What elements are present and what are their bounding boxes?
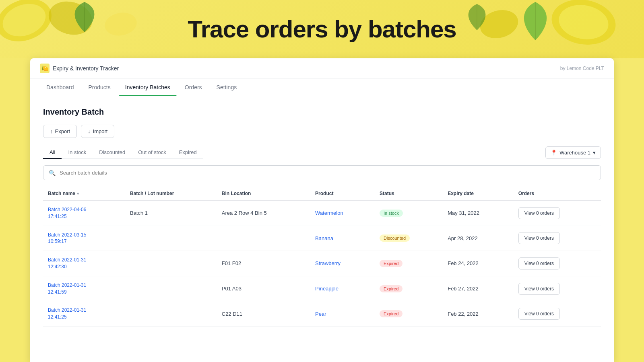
section-title: Inventory Batch <box>43 107 601 117</box>
import-button[interactable]: ↓ Import <box>81 125 114 138</box>
product-link[interactable]: Pineapple <box>315 286 339 292</box>
table-row: Batch 2022-03-1510:59:17 Banana Discount… <box>43 226 601 251</box>
lot-number: Batch 1 <box>130 210 148 216</box>
th-status: Status <box>375 187 443 201</box>
th-lot-number: Batch / Lot number <box>125 187 217 201</box>
search-input[interactable] <box>43 165 601 180</box>
search-bar: 🔍 <box>43 165 601 180</box>
app-navigation: DashboardProductsInventory BatchesOrders… <box>30 78 614 96</box>
product-link[interactable]: Pear <box>315 311 326 317</box>
batch-name-link[interactable]: Batch 2022-01-3112:41:25 <box>48 307 86 320</box>
export-icon: ↑ <box>50 128 53 134</box>
view-orders-button[interactable]: View 0 orders <box>518 283 560 295</box>
bin-location: F01 F02 <box>222 260 241 266</box>
view-orders-button[interactable]: View 0 orders <box>518 308 560 320</box>
app-logo: 🍋 Expiry & Inventory Tracker <box>40 64 119 73</box>
product-link[interactable]: Strawberry <box>315 260 341 266</box>
app-window: 🍋 Expiry & Inventory Tracker by Lemon Co… <box>30 58 614 362</box>
bin-location: Area 2 Row 4 Bin 5 <box>222 210 267 216</box>
th-product: Product <box>310 187 375 201</box>
app-header: 🍋 Expiry & Inventory Tracker by Lemon Co… <box>30 58 614 78</box>
th-bin-location: Bin Location <box>217 187 310 201</box>
filter-tabs: All In stock Discounted Out of stock Exp… <box>43 146 203 159</box>
status-badge: Expired <box>380 285 402 292</box>
app-name: Expiry & Inventory Tracker <box>53 65 119 72</box>
batch-name-link[interactable]: Batch 2022-01-3112:42:30 <box>48 257 86 269</box>
warehouse-label: Warehouse 1 <box>559 150 590 156</box>
table-row: Batch 2022-01-3112:41:25 C22 D11 Pear Ex… <box>43 301 601 327</box>
expiry-date: Apr 28, 2022 <box>448 235 477 241</box>
nav-item-products[interactable]: Products <box>82 78 117 96</box>
product-link[interactable]: Banana <box>315 235 333 241</box>
table-body: Batch 2022-04-0617:41:25 Batch 1 Area 2 … <box>43 201 601 327</box>
main-content: Inventory Batch ↑ Export ↓ Import All In… <box>30 96 614 362</box>
search-icon: 🔍 <box>49 170 56 176</box>
import-label: Import <box>93 128 108 134</box>
logo-icon: 🍋 <box>40 64 50 73</box>
table-row: Batch 2022-01-3112:42:30 F01 F02 Strawbe… <box>43 251 601 276</box>
view-orders-button[interactable]: View 0 orders <box>518 207 560 219</box>
filter-bar: All In stock Discounted Out of stock Exp… <box>43 146 601 159</box>
view-orders-button[interactable]: View 0 orders <box>518 232 560 244</box>
export-button[interactable]: ↑ Export <box>43 125 77 138</box>
batch-name-link[interactable]: Batch 2022-03-1510:59:17 <box>48 232 86 245</box>
status-badge: Expired <box>380 260 402 267</box>
nav-item-inventory-batches[interactable]: Inventory Batches <box>119 78 177 96</box>
warehouse-pin-icon: 📍 <box>551 150 557 156</box>
expiry-date: May 31, 2022 <box>448 210 479 216</box>
bin-location: P01 A03 <box>222 286 242 292</box>
th-orders: Orders <box>514 187 601 201</box>
tab-instock[interactable]: In stock <box>62 146 93 158</box>
warehouse-selector[interactable]: 📍 Warehouse 1 ▾ <box>545 146 601 159</box>
import-icon: ↓ <box>88 128 91 134</box>
view-orders-button[interactable]: View 0 orders <box>518 257 560 269</box>
status-badge: Discounted <box>380 234 410 242</box>
table-row: Batch 2022-01-3112:41:59 P01 A03 Pineapp… <box>43 276 601 301</box>
expiry-date: Feb 22, 2022 <box>448 311 479 317</box>
th-batch-name: Batch name ▾ <box>43 187 125 201</box>
sort-icon: ▾ <box>77 191 79 196</box>
nav-item-settings[interactable]: Settings <box>210 78 244 96</box>
app-attribution: by Lemon Code PLT <box>560 66 604 71</box>
bin-location: C22 D11 <box>222 311 242 317</box>
tab-outofstock[interactable]: Out of stock <box>132 146 172 158</box>
tab-expired[interactable]: Expired <box>173 146 203 158</box>
table-header: Batch name ▾ Batch / Lot number Bin Loca… <box>43 187 601 201</box>
th-expiry-date: Expiry date <box>443 187 514 201</box>
table-row: Batch 2022-04-0617:41:25 Batch 1 Area 2 … <box>43 201 601 226</box>
tab-all[interactable]: All <box>43 146 62 158</box>
toolbar: ↑ Export ↓ Import <box>43 125 601 138</box>
status-badge: In stock <box>380 210 403 217</box>
product-link[interactable]: Watermelon <box>315 210 343 216</box>
warehouse-chevron-icon: ▾ <box>593 150 596 156</box>
nav-item-dashboard[interactable]: Dashboard <box>40 78 80 96</box>
hero-title: Trace orders by batches <box>188 15 456 43</box>
expiry-date: Feb 27, 2022 <box>448 286 479 292</box>
status-badge: Expired <box>380 310 402 317</box>
nav-item-orders[interactable]: Orders <box>178 78 208 96</box>
export-label: Export <box>55 128 70 134</box>
expiry-date: Feb 24, 2022 <box>448 260 479 266</box>
batch-name-link[interactable]: Batch 2022-01-3112:41:59 <box>48 282 86 295</box>
tab-discounted[interactable]: Discounted <box>93 146 132 158</box>
inventory-table: Batch name ▾ Batch / Lot number Bin Loca… <box>43 187 601 327</box>
batch-name-link[interactable]: Batch 2022-04-0617:41:25 <box>48 207 86 219</box>
